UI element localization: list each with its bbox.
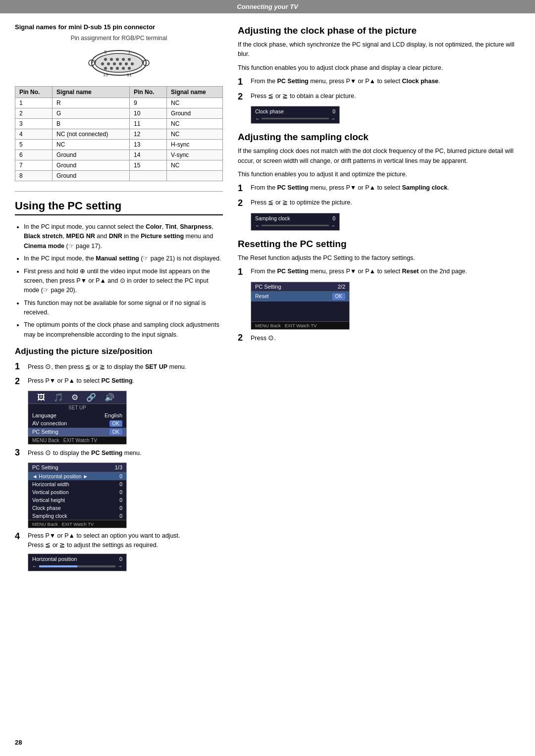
table-row: 1R9NC: [15, 98, 223, 108]
clock-phase-step2: 2 Press ≦ or ≧ to obtain a clear picture…: [238, 92, 520, 102]
pc-row-sampling-clock: Sampling clock 0: [28, 512, 126, 520]
step-1: 1 Press ⊙, then press ≦ or ≧ to display …: [15, 361, 223, 372]
svg-text:1: 1: [128, 50, 130, 54]
sampling-step-num-2: 2: [238, 198, 247, 209]
svg-text:11: 11: [127, 72, 132, 77]
table-row: 5NC13H-sync: [15, 140, 223, 150]
step-num-2: 2: [15, 376, 24, 387]
sampling-clock-body1: If the sampling clock does not match wit…: [238, 147, 520, 166]
sampling-slider-title: Sampling clock 0: [255, 215, 335, 221]
reset-step1: 1 From the PC Setting menu, press P▼ or …: [238, 267, 520, 278]
connector-svg: 5 1 10 6 15 11: [87, 46, 151, 80]
reset-step-num-2: 2: [238, 333, 247, 344]
sampling-clock-heading: Adjusting the sampling clock: [238, 132, 520, 143]
svg-point-14: [110, 67, 113, 70]
table-row: 3B11NC: [15, 119, 223, 129]
clock-phase-section: Adjusting the clock phase of the picture…: [238, 25, 520, 124]
setup-screen: 🖼 🎵 ⚙ 🔗 🔊 SET UP Language English AV con…: [28, 391, 127, 445]
setup-footer: MENU Back EXIT Watch TV: [28, 436, 126, 444]
svg-point-9: [113, 62, 116, 65]
pc-footer: MENU Back EXIT Watch TV: [28, 520, 126, 528]
pc-row-vert-height: Vertical height 0: [28, 496, 126, 504]
connector-diagram: 5 1 10 6 15 11: [15, 46, 223, 80]
right-column: Adjusting the clock phase of the picture…: [238, 23, 520, 574]
setup-row-language: Language English: [28, 411, 126, 419]
reset-step2: 2 Press ⊙.: [238, 333, 520, 344]
pin-table: Pin No. Signal name Pin No. Signal name …: [15, 86, 223, 181]
list-item: First press and hold ⊕ until the video i…: [24, 267, 223, 296]
table-row: 6Ground14V-sync: [15, 150, 223, 160]
slider-track: [39, 565, 115, 567]
list-item: In the PC input mode, you cannot select …: [24, 222, 223, 251]
sampling-step-num-1: 1: [238, 183, 247, 194]
section-divider: [15, 191, 223, 192]
svg-point-10: [119, 62, 122, 65]
step-4: 4 Press P▼ or P▲ to select an option you…: [15, 531, 223, 550]
reset-body: The Reset function adjusts the PC Settin…: [238, 253, 520, 263]
clock-phase-heading: Adjusting the clock phase of the picture: [238, 25, 520, 36]
setup-label: SET UP: [28, 404, 126, 411]
svg-text:5: 5: [104, 50, 107, 54]
clock-slider-bar: ← →: [255, 116, 335, 121]
reset-section: Resetting the PC setting The Reset funct…: [238, 239, 520, 344]
step-4-content: Press P▼ or P▲ to select an option you w…: [28, 531, 223, 550]
clock-phase-slider-screen: Clock phase 0 ← →: [251, 106, 340, 124]
reset-empty-row2: [251, 311, 349, 321]
clock-step-num-2: 2: [238, 92, 247, 102]
sampling-step1-content: From the PC Setting menu, press P▼ or P▲…: [251, 183, 520, 193]
setup-row-av: AV connection OK: [28, 419, 126, 428]
sampling-step2-content: Press ≦ or ≧ to optimize the picture.: [251, 198, 520, 207]
svg-point-13: [104, 67, 107, 70]
left-column: Signal names for mini D-sub 15 pin conne…: [15, 23, 223, 574]
clock-slider-title: Clock phase 0: [255, 108, 335, 114]
reset-step2-content: Press ⊙.: [251, 333, 520, 343]
sampling-clock-slider-screen: Sampling clock 0 ← →: [251, 213, 340, 231]
step-num-1: 1: [15, 361, 24, 372]
setup-icons-bar: 🖼 🎵 ⚙ 🔗 🔊: [28, 391, 126, 404]
setup-row-pc: PC Setting OK: [28, 428, 126, 436]
col-header-sig1: Signal name: [53, 87, 130, 98]
step-num-3: 3: [15, 448, 24, 458]
reset-heading: Resetting the PC setting: [238, 239, 520, 250]
col-header-sig2: Signal name: [167, 87, 223, 98]
clock-step-num-1: 1: [238, 77, 247, 88]
svg-point-3: [110, 58, 113, 61]
step-3-content: Press ⊙ to display the PC Setting menu.: [28, 448, 223, 458]
sampling-clock-body2: This function enables you to adjust it a…: [238, 170, 520, 179]
clock-phase-body1: If the clock phase, which synchronize th…: [238, 40, 520, 59]
table-row: 8Ground: [15, 171, 223, 181]
pc-title-bar: PC Setting 1/3: [28, 463, 126, 472]
reset-title-bar: PC Setting 2/2: [251, 282, 349, 292]
sampling-track: [262, 225, 329, 226]
col-header-pin1: Pin No.: [15, 87, 53, 98]
svg-point-5: [122, 58, 125, 61]
clock-step1-content: From the PC Setting menu, press P▼ or P▲…: [251, 77, 520, 86]
reset-step-num-1: 1: [238, 267, 247, 278]
reset-screen: PC Setting 2/2 Reset OK MENU Back EXIT W…: [251, 282, 350, 330]
svg-point-16: [122, 67, 125, 70]
clock-step2-content: Press ≦ or ≧ to obtain a clear picture.: [251, 92, 520, 101]
adjust-picture-section: Adjusting the picture size/position 1 Pr…: [15, 347, 223, 571]
svg-point-2: [104, 58, 107, 61]
list-item: In the PC input mode, the Manual setting…: [24, 254, 223, 263]
svg-text:15: 15: [103, 72, 108, 77]
slider-fill: [39, 565, 77, 567]
slider-title: Horizontal position 0: [32, 556, 122, 562]
sampling-clock-section: Adjusting the sampling clock If the samp…: [238, 132, 520, 230]
step-3: 3 Press ⊙ to display the PC Setting menu…: [15, 448, 223, 458]
svg-point-15: [116, 67, 119, 70]
table-row: 2G10Ground: [15, 108, 223, 119]
reset-footer: MENU Back EXIT Watch TV: [251, 321, 349, 329]
signal-names-section: Signal names for mini D-sub 15 pin conne…: [15, 23, 223, 181]
using-pc-bullets: In the PC input mode, you cannot select …: [15, 222, 223, 340]
svg-point-7: [101, 62, 104, 65]
svg-point-11: [125, 62, 128, 65]
svg-point-17: [128, 67, 131, 70]
pin-assignment-label: Pin assignment for RGB/PC terminal: [15, 35, 223, 42]
svg-point-12: [131, 62, 134, 65]
clock-track: [262, 118, 329, 119]
reset-step1-content: From the PC Setting menu, press P▼ or P▲…: [251, 267, 520, 276]
header-title: Connecting your TV: [237, 3, 298, 10]
sampling-step1: 1 From the PC Setting menu, press P▼ or …: [238, 183, 520, 194]
step-2-content: Press P▼ or P▲ to select PC Setting.: [28, 376, 223, 386]
